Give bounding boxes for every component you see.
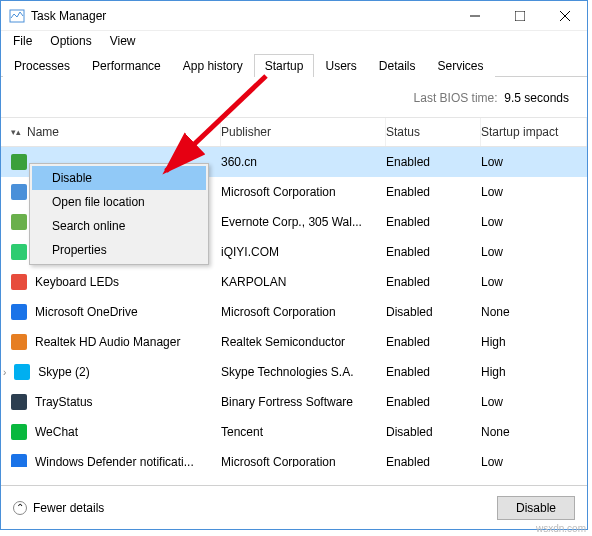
publisher-cell: iQIYI.COM [221, 245, 386, 259]
app-name: Windows Defender notificati... [35, 455, 194, 467]
sort-icon: ▾▴ [11, 127, 21, 137]
ctx-disable[interactable]: Disable [32, 166, 206, 190]
maximize-button[interactable] [497, 1, 542, 30]
fewer-details-button[interactable]: Fewer details [13, 501, 104, 515]
chevron-up-icon [13, 501, 27, 515]
impact-cell: Low [481, 395, 587, 409]
column-headers: ▾▴ Name ˄ Publisher Status Startup impac… [1, 117, 587, 147]
status-cell: Enabled [386, 365, 481, 379]
status-cell: Disabled [386, 305, 481, 319]
app-icon [11, 424, 27, 440]
impact-cell: High [481, 365, 587, 379]
menubar: File Options View [1, 31, 587, 51]
publisher-cell: Realtek Semiconductor [221, 335, 386, 349]
app-icon [11, 304, 27, 320]
status-cell: Enabled [386, 455, 481, 467]
app-name: Realtek HD Audio Manager [35, 335, 180, 349]
impact-cell: Low [481, 215, 587, 229]
impact-cell: Low [481, 275, 587, 289]
app-icon [11, 214, 27, 230]
titlebar: Task Manager [1, 1, 587, 31]
bios-time: Last BIOS time: 9.5 seconds [1, 77, 587, 117]
app-icon [11, 394, 27, 410]
task-manager-window: Task Manager File Options View Processes… [0, 0, 588, 530]
status-cell: Enabled [386, 395, 481, 409]
menu-options[interactable]: Options [42, 33, 99, 49]
header-name[interactable]: ▾▴ Name ˄ [1, 118, 221, 146]
publisher-cell: Skype Technologies S.A. [221, 365, 386, 379]
footer: Fewer details Disable [1, 485, 587, 529]
svg-rect-2 [515, 11, 525, 21]
table-row[interactable]: Windows Defender notificati... Microsoft… [1, 447, 587, 467]
app-icon [11, 244, 27, 260]
status-cell: Enabled [386, 215, 481, 229]
table-row[interactable]: ›Skype (2) Skype Technologies S.A. Enabl… [1, 357, 587, 387]
tab-app-history[interactable]: App history [172, 54, 254, 77]
app-icon [14, 364, 30, 380]
tab-startup[interactable]: Startup [254, 54, 315, 77]
status-cell: Enabled [386, 335, 481, 349]
impact-cell: Low [481, 245, 587, 259]
publisher-cell: Evernote Corp., 305 Wal... [221, 215, 386, 229]
table-row[interactable]: TrayStatus Binary Fortress Software Enab… [1, 387, 587, 417]
close-button[interactable] [542, 1, 587, 30]
disable-button[interactable]: Disable [497, 496, 575, 520]
app-icon [11, 274, 27, 290]
impact-cell: None [481, 425, 587, 439]
ctx-search-online[interactable]: Search online [32, 214, 206, 238]
sort-asc-icon: ˄ [207, 127, 212, 137]
window-title: Task Manager [31, 9, 452, 23]
table-row[interactable]: Realtek HD Audio Manager Realtek Semicon… [1, 327, 587, 357]
table-row[interactable]: Microsoft OneDrive Microsoft Corporation… [1, 297, 587, 327]
bios-label: Last BIOS time: [414, 91, 498, 105]
status-cell: Enabled [386, 245, 481, 259]
impact-cell: Low [481, 185, 587, 199]
tab-services[interactable]: Services [427, 54, 495, 77]
impact-cell: High [481, 335, 587, 349]
status-cell: Enabled [386, 185, 481, 199]
app-icon [11, 334, 27, 350]
app-icon [11, 454, 27, 467]
app-name: Skype (2) [38, 365, 89, 379]
tab-processes[interactable]: Processes [3, 54, 81, 77]
app-name: Microsoft OneDrive [35, 305, 138, 319]
publisher-cell: Microsoft Corporation [221, 305, 386, 319]
app-icon [11, 154, 27, 170]
table-row[interactable]: WeChat Tencent Disabled None [1, 417, 587, 447]
status-cell: Enabled [386, 155, 481, 169]
table-row[interactable]: Keyboard LEDs KARPOLAN Enabled Low [1, 267, 587, 297]
watermark: wsxdn.com [536, 523, 586, 534]
tab-users[interactable]: Users [314, 54, 367, 77]
header-status[interactable]: Status [386, 118, 481, 146]
minimize-button[interactable] [452, 1, 497, 30]
impact-cell: Low [481, 155, 587, 169]
app-icon [11, 184, 27, 200]
app-name: Keyboard LEDs [35, 275, 119, 289]
tab-performance[interactable]: Performance [81, 54, 172, 77]
publisher-cell: Tencent [221, 425, 386, 439]
publisher-cell: KARPOLAN [221, 275, 386, 289]
menu-file[interactable]: File [5, 33, 40, 49]
ctx-open-file-location[interactable]: Open file location [32, 190, 206, 214]
status-cell: Enabled [386, 275, 481, 289]
task-manager-icon [9, 8, 25, 24]
tab-details[interactable]: Details [368, 54, 427, 77]
expand-chevron-icon[interactable]: › [3, 367, 6, 378]
impact-cell: None [481, 305, 587, 319]
publisher-cell: Binary Fortress Software [221, 395, 386, 409]
menu-view[interactable]: View [102, 33, 144, 49]
status-cell: Disabled [386, 425, 481, 439]
app-name: TrayStatus [35, 395, 93, 409]
app-name: WeChat [35, 425, 78, 439]
impact-cell: Low [481, 455, 587, 467]
header-publisher[interactable]: Publisher [221, 118, 386, 146]
publisher-cell: Microsoft Corporation [221, 455, 386, 467]
publisher-cell: Microsoft Corporation [221, 185, 386, 199]
header-impact[interactable]: Startup impact [481, 118, 587, 146]
context-menu: Disable Open file location Search online… [29, 163, 209, 265]
tab-bar: Processes Performance App history Startu… [1, 51, 587, 77]
bios-value: 9.5 seconds [504, 91, 569, 105]
publisher-cell: 360.cn [221, 155, 386, 169]
ctx-properties[interactable]: Properties [32, 238, 206, 262]
